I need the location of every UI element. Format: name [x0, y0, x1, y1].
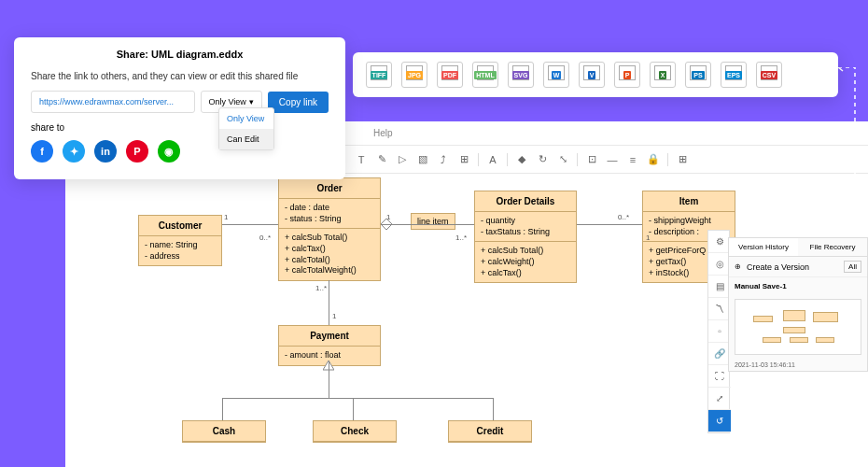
history-icon[interactable]: ↺ — [708, 410, 731, 432]
line-icon[interactable]: ◉ — [158, 140, 180, 163]
export-jpg[interactable]: JPG — [401, 62, 427, 88]
export-formats-bar: TIFF JPG PDF HTML SVG W V P X PS EPS CSV — [353, 52, 838, 97]
fullscreen-icon[interactable]: ⤢ — [708, 388, 731, 410]
export-excel[interactable]: X — [650, 62, 676, 88]
edge — [329, 280, 329, 325]
association-tag: line item — [411, 213, 455, 230]
right-tool-strip: ⚙ ◎ ▤ 〽 ▫ 🔗 ⛶ ⤢ ↺ — [707, 230, 730, 433]
facebook-icon[interactable]: f — [31, 140, 53, 163]
class-order-details[interactable]: Order Details - quantity - taxStatus : S… — [474, 191, 577, 283]
tab-version-history[interactable]: Version History — [729, 238, 798, 256]
export-word[interactable]: W — [543, 62, 569, 88]
export-eps[interactable]: EPS — [721, 62, 747, 88]
plus-icon[interactable]: ⊕ — [735, 262, 741, 271]
export-ppt[interactable]: P — [614, 62, 640, 88]
class-order[interactable]: Order - date : date - status : String + … — [278, 177, 381, 281]
version-thumbnail[interactable] — [735, 299, 861, 355]
edge — [381, 224, 474, 225]
share-title: Share: UML diagram.eddx — [31, 49, 329, 60]
class-credit[interactable]: Credit — [448, 420, 532, 443]
export-tiff[interactable]: TIFF — [366, 62, 392, 88]
share-to-label: share to — [31, 122, 329, 133]
edge — [222, 224, 278, 225]
linkedin-icon[interactable]: in — [94, 140, 117, 163]
export-html[interactable]: HTML — [472, 62, 498, 88]
edge — [493, 398, 494, 420]
menu-help[interactable]: Help — [373, 128, 393, 138]
pinterest-icon[interactable]: P — [126, 140, 148, 163]
share-description: Share the link to others, and they can v… — [31, 71, 329, 81]
chevron-down-icon: ▾ — [249, 97, 254, 106]
version-entry-name[interactable]: Manual Save-1 — [729, 277, 867, 295]
version-history-panel: Version History File Recovery ⊕ Create a… — [728, 237, 868, 372]
export-visio[interactable]: V — [579, 62, 605, 88]
version-timestamp: 2021-11-03 15:46:11 — [729, 359, 867, 371]
create-version-button[interactable]: Create a Version — [747, 262, 809, 272]
edge — [577, 224, 642, 225]
tab-file-recovery[interactable]: File Recovery — [798, 238, 867, 256]
export-pdf[interactable]: PDF — [437, 62, 463, 88]
export-ps[interactable]: PS — [685, 62, 711, 88]
edge — [222, 398, 223, 420]
class-cash[interactable]: Cash — [182, 420, 266, 443]
permission-dropdown: Only View Can Edit — [218, 107, 274, 150]
edge — [222, 398, 493, 399]
twitter-icon[interactable]: ✦ — [63, 140, 85, 163]
share-dialog: Share: UML diagram.eddx Share the link t… — [14, 37, 345, 179]
edge — [329, 361, 329, 398]
permission-option-view[interactable]: Only View — [219, 108, 273, 129]
class-check[interactable]: Check — [313, 420, 397, 443]
permission-option-edit[interactable]: Can Edit — [219, 129, 273, 149]
filter-select[interactable]: All — [844, 261, 861, 273]
edge — [353, 398, 354, 420]
export-csv[interactable]: CSV — [756, 62, 782, 88]
export-svg[interactable]: SVG — [508, 62, 534, 88]
share-url-input[interactable]: https://www.edrawmax.com/server... — [31, 91, 195, 113]
class-customer[interactable]: Customer - name: String - address — [138, 215, 222, 266]
copy-link-button[interactable]: Copy link — [268, 92, 329, 113]
